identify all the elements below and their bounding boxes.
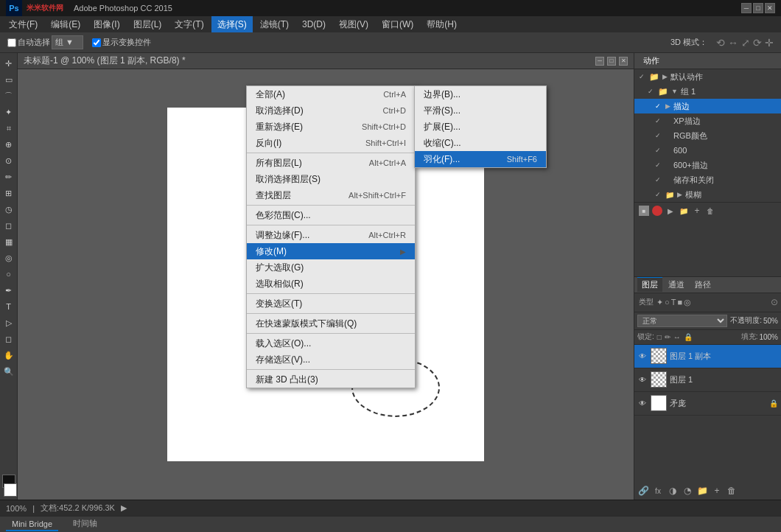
tool-eyedropper[interactable]: ⊕ bbox=[1, 137, 16, 152]
modify-expand[interactable]: 扩展(E)... bbox=[415, 119, 546, 135]
tool-bg-color[interactable] bbox=[4, 483, 17, 497]
tool-path-select[interactable]: ▷ bbox=[1, 315, 16, 330]
tool-brush[interactable]: ✏ bbox=[1, 169, 16, 184]
action-item-xp[interactable]: ✓ ▶ XP描边 bbox=[634, 113, 781, 128]
actions-delete-btn[interactable]: 🗑 bbox=[705, 206, 715, 216]
toolbar-transform[interactable]: 显示变换控件 bbox=[89, 35, 154, 49]
tool-heal[interactable]: ⊙ bbox=[1, 153, 16, 168]
action-item-default[interactable]: ✓ 📁 ▶ 默认动作 bbox=[634, 69, 781, 84]
minimize-button[interactable]: ─ bbox=[741, 3, 752, 13]
tab-paths[interactable]: 路径 bbox=[690, 278, 715, 292]
doc-minimize[interactable]: ─ bbox=[595, 57, 604, 66]
menu-3d[interactable]: 3D(D) bbox=[296, 16, 332, 32]
menu-window[interactable]: 窗口(W) bbox=[376, 16, 419, 32]
menu-select[interactable]: 选择(S) bbox=[211, 16, 253, 32]
tool-type[interactable]: T bbox=[1, 299, 16, 314]
layer-eye-1[interactable]: 👁 bbox=[637, 374, 648, 385]
menu-help[interactable]: 帮助(H) bbox=[421, 16, 463, 32]
menu-edit[interactable]: 编辑(E) bbox=[45, 16, 86, 32]
menu-refine-edge[interactable]: 调整边缘(F)...Alt+Ctrl+R bbox=[247, 227, 415, 243]
layer-delete-btn[interactable]: 🗑 bbox=[726, 485, 738, 497]
tool-eraser[interactable]: ◻ bbox=[1, 218, 16, 233]
select-dropdown[interactable]: 组 ▼ bbox=[52, 35, 83, 49]
lock-icon1[interactable]: □ bbox=[657, 333, 662, 341]
doc-close[interactable]: ✕ bbox=[619, 57, 628, 66]
action-item-blur[interactable]: ✓ 📁 ▶ 模糊 bbox=[634, 187, 781, 202]
menu-transform-selection[interactable]: 变换选区(T) bbox=[247, 295, 415, 312]
tool-clone[interactable]: ⊞ bbox=[1, 186, 16, 200]
menu-modify[interactable]: 修改(M)▶ bbox=[247, 243, 415, 259]
menu-text[interactable]: 文字(T) bbox=[169, 16, 209, 32]
layer-item-1[interactable]: 👁 图层 1 bbox=[634, 368, 781, 392]
tool-dodge[interactable]: ○ bbox=[1, 267, 16, 281]
modify-border[interactable]: 边界(B)... bbox=[415, 86, 546, 102]
tool-move[interactable]: ✛ bbox=[1, 56, 16, 71]
menu-reselect[interactable]: 重新选择(E)Shift+Ctrl+D bbox=[247, 119, 415, 135]
menu-all-layers[interactable]: 所有图层(L)Alt+Ctrl+A bbox=[247, 155, 415, 171]
lock-icon4[interactable]: 🔒 bbox=[684, 333, 693, 341]
menu-grow[interactable]: 扩大选取(G) bbox=[247, 259, 415, 276]
action-item-600[interactable]: ✓ ▶ 600 bbox=[634, 143, 781, 158]
menu-new-3d[interactable]: 新建 3D 凸出(3) bbox=[247, 371, 415, 388]
bottom-tab-timeline[interactable]: 时间轴 bbox=[67, 517, 103, 532]
action-item-rgb[interactable]: ✓ ▶ RGB颜色 bbox=[634, 128, 781, 143]
menu-select-all[interactable]: 全部(A)Ctrl+A bbox=[247, 86, 415, 102]
tool-history[interactable]: ◷ bbox=[1, 202, 16, 217]
layer-adj-btn[interactable]: ◔ bbox=[682, 485, 693, 497]
filter-toggle[interactable]: ⊙ bbox=[771, 297, 778, 307]
actions-record-btn[interactable] bbox=[652, 206, 662, 216]
layer-fx-btn[interactable]: fx bbox=[652, 485, 664, 497]
menu-similar[interactable]: 选取相似(R) bbox=[247, 276, 415, 292]
tab-layers[interactable]: 图层 bbox=[637, 277, 662, 292]
actions-stop-btn[interactable]: ■ bbox=[639, 206, 649, 216]
bottom-tab-mini-bridge[interactable]: Mini Bridge bbox=[6, 518, 58, 531]
doc-maximize[interactable]: □ bbox=[607, 57, 616, 66]
tool-pen[interactable]: ✒ bbox=[1, 283, 16, 298]
status-arrow[interactable]: ▶ bbox=[121, 503, 127, 513]
tool-zoom[interactable]: 🔍 bbox=[1, 364, 16, 379]
layer-mask-btn[interactable]: ◑ bbox=[667, 485, 679, 497]
layer-link-btn[interactable]: 🔗 bbox=[637, 485, 649, 497]
filter-icon1[interactable]: ✦ bbox=[656, 298, 663, 307]
tool-select-rect[interactable]: ▭ bbox=[1, 72, 16, 87]
actions-play-btn[interactable]: ▶ bbox=[665, 206, 676, 216]
menu-deselect[interactable]: 取消选择(D)Ctrl+D bbox=[247, 102, 415, 119]
tool-magic-wand[interactable]: ✦ bbox=[1, 105, 16, 119]
actions-new-action-btn[interactable]: + bbox=[692, 206, 702, 216]
filter-icon4[interactable]: ■ bbox=[677, 298, 682, 307]
layer-folder-btn[interactable]: 📁 bbox=[696, 485, 708, 497]
layer-new-btn[interactable]: + bbox=[711, 485, 723, 497]
filter-icon5[interactable]: ◎ bbox=[684, 298, 691, 307]
fill-value[interactable]: 100% bbox=[759, 333, 778, 341]
tool-lasso[interactable]: ⌒ bbox=[1, 88, 16, 103]
menu-layer[interactable]: 图层(L) bbox=[127, 16, 168, 32]
action-item-stroke[interactable]: ✓ ▶ 描边 bbox=[634, 99, 781, 113]
tool-hand[interactable]: ✋ bbox=[1, 348, 16, 363]
tool-crop[interactable]: ⌗ bbox=[1, 121, 16, 136]
filter-icon3[interactable]: T bbox=[671, 298, 676, 307]
menu-filter[interactable]: 滤镜(T) bbox=[254, 16, 295, 32]
menu-deselect-layers[interactable]: 取消选择图层(S) bbox=[247, 171, 415, 187]
action-item-save[interactable]: ✓ ▶ 储存和关闭 bbox=[634, 172, 781, 187]
menu-color-range[interactable]: 色彩范围(C)... bbox=[247, 207, 415, 223]
layer-eye-bg[interactable]: 👁 bbox=[637, 398, 648, 408]
filter-icon2[interactable]: ○ bbox=[665, 298, 670, 307]
menu-edit-quick-mask[interactable]: 在快速蒙版模式下编辑(Q) bbox=[247, 315, 415, 332]
menu-view[interactable]: 视图(V) bbox=[333, 16, 374, 32]
menu-file[interactable]: 文件(F) bbox=[3, 16, 43, 32]
toolbar-auto-select[interactable]: 自动选择 组 ▼ bbox=[4, 34, 86, 51]
tab-channels[interactable]: 通道 bbox=[664, 278, 689, 292]
modify-smooth[interactable]: 平滑(S)... bbox=[415, 102, 546, 119]
opacity-value[interactable]: 50% bbox=[763, 317, 778, 325]
menu-load-selection[interactable]: 载入选区(O)... bbox=[247, 335, 415, 351]
menu-inverse[interactable]: 反向(I)Shift+Ctrl+I bbox=[247, 135, 415, 151]
maximize-button[interactable]: □ bbox=[753, 3, 763, 13]
menu-image[interactable]: 图像(I) bbox=[88, 16, 125, 32]
tool-shape[interactable]: ◻ bbox=[1, 332, 16, 346]
action-item-group1[interactable]: ✓ 📁 ▼ 组 1 bbox=[634, 84, 781, 99]
modify-contract[interactable]: 收缩(C)... bbox=[415, 135, 546, 151]
actions-new-set-btn[interactable]: 📁 bbox=[679, 206, 689, 216]
layer-eye-copy[interactable]: 👁 bbox=[637, 351, 648, 361]
actions-tab[interactable]: 动作 bbox=[639, 54, 664, 68]
layer-item-bg[interactable]: 👁 矛庞 🔒 bbox=[634, 392, 781, 416]
